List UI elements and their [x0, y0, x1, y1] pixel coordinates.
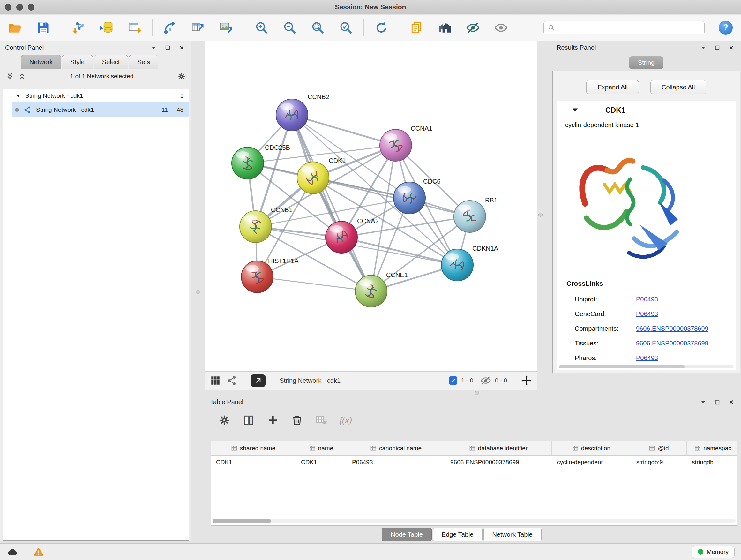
tab-node-table[interactable]: Node Table [382, 528, 432, 541]
function-builder-icon[interactable]: f(x) [340, 415, 352, 425]
zoom-selected-button[interactable] [337, 17, 355, 38]
network-collection-row[interactable]: String Network - cdk1 1 [3, 89, 189, 103]
show-eye-button[interactable] [492, 17, 510, 38]
gear-icon[interactable] [178, 72, 186, 80]
tab-string[interactable]: String [629, 56, 664, 69]
table-cell[interactable]: P06493 [347, 455, 445, 469]
tab-network[interactable]: Network [21, 55, 61, 69]
column-header-database-identifier[interactable]: database identifier [445, 441, 552, 455]
table-cell[interactable]: CDK1 [296, 455, 347, 469]
column-header-canonical-name[interactable]: canonical name [347, 441, 445, 455]
float-window-icon[interactable] [163, 44, 172, 52]
network-node-CCNA2[interactable] [326, 221, 357, 253]
tab-sets[interactable]: Sets [129, 55, 158, 69]
splitter-handle-bottom[interactable] [475, 391, 479, 395]
cloud-icon[interactable] [6, 547, 18, 557]
table-gear-icon[interactable] [218, 414, 230, 426]
minimize-window-button[interactable] [16, 4, 23, 10]
table-horizontal-scrollbar[interactable] [213, 519, 736, 523]
tab-network-table[interactable]: Network Table [483, 528, 542, 541]
column-header-shared-name[interactable]: shared name [211, 441, 296, 455]
network-node-CCNB1[interactable] [240, 211, 272, 243]
table-cell[interactable]: stringdb [687, 455, 737, 469]
network-node-HIST1H1A[interactable] [241, 261, 273, 293]
collapse-all-button[interactable]: Collapse All [650, 80, 706, 94]
panel-menu-icon[interactable] [149, 44, 158, 52]
float-window-icon[interactable] [712, 398, 722, 406]
expand-all-button[interactable]: Expand All [586, 80, 639, 94]
zoom-fit-button[interactable] [309, 17, 327, 38]
expander-icon[interactable] [16, 93, 21, 98]
network-tools-button[interactable] [161, 17, 179, 38]
table-cell[interactable]: stringdb:9... [631, 455, 687, 469]
delete-column-icon[interactable] [291, 414, 303, 426]
splitter-handle-left[interactable] [196, 290, 200, 294]
grid-view-icon[interactable] [210, 375, 221, 386]
network-edge-CDK1-RB1[interactable] [313, 178, 470, 216]
clear-table-icon[interactable] [315, 414, 327, 426]
results-scrollbar[interactable] [559, 365, 734, 368]
crosslink-value[interactable]: P06493 [636, 354, 658, 362]
zoom-window-button[interactable] [28, 4, 35, 10]
network-node-CDC6[interactable] [394, 182, 425, 214]
pan-crosshair-icon[interactable] [521, 375, 532, 386]
close-panel-icon[interactable] [726, 44, 736, 52]
column-header-description[interactable]: description [552, 441, 631, 455]
zoom-in-button[interactable] [253, 17, 271, 38]
tab-style[interactable]: Style [62, 55, 92, 69]
memory-button[interactable]: Memory [692, 546, 735, 558]
home-views-button[interactable] [435, 17, 454, 38]
network-node-CDKN1A[interactable] [441, 249, 473, 281]
open-session-button[interactable] [6, 17, 24, 38]
crosslink-value[interactable]: 9606.ENSP00000378699 [636, 340, 709, 347]
import-network-database-button[interactable] [97, 17, 116, 38]
splitter-handle-right[interactable] [538, 212, 542, 217]
help-button[interactable]: ? [719, 21, 733, 35]
panel-menu-icon[interactable] [698, 44, 708, 52]
selected-checkbox[interactable] [449, 376, 457, 385]
tab-select[interactable]: Select [94, 55, 128, 69]
refresh-layout-button[interactable] [372, 17, 391, 38]
hide-labels-button[interactable] [464, 17, 482, 38]
search-box[interactable] [543, 21, 704, 35]
export-image-button[interactable] [217, 17, 235, 38]
duplicate-document-button[interactable] [408, 17, 426, 38]
birds-eye-icon[interactable] [226, 375, 238, 386]
crosslink-value[interactable]: P06493 [636, 310, 658, 318]
network-canvas[interactable]: CCNB2CCNA1CDC25BCDK1CDC6RB1CCNB1CCNA2CDK… [205, 41, 537, 371]
export-table-button[interactable] [189, 17, 207, 38]
network-node-CCNE1[interactable] [355, 275, 387, 307]
detach-view-button[interactable] [251, 374, 266, 387]
search-input[interactable] [558, 24, 700, 31]
tab-edge-table[interactable]: Edge Table [433, 528, 482, 541]
show-columns-icon[interactable] [243, 414, 255, 426]
close-window-button[interactable] [5, 4, 11, 10]
add-column-icon[interactable] [267, 414, 279, 426]
expand-all-icon[interactable] [18, 72, 26, 80]
float-window-icon[interactable] [712, 44, 722, 52]
network-node-CDC25B[interactable] [232, 147, 264, 179]
network-node-RB1[interactable] [454, 200, 486, 233]
hidden-eye-slash-icon[interactable] [480, 375, 491, 386]
column-header-namespac[interactable]: namespac [687, 441, 737, 455]
network-edge-CCNE1-HIST1H1A[interactable] [257, 277, 371, 291]
collapse-all-icon[interactable] [6, 72, 14, 80]
crosslink-value[interactable]: P06493 [636, 296, 658, 303]
close-panel-icon[interactable] [726, 398, 736, 406]
network-edge-CCNB2-CCNE1[interactable] [292, 115, 371, 291]
network-node-CCNA1[interactable] [380, 129, 412, 161]
column-header--id[interactable]: @id [631, 441, 687, 455]
import-table-file-button[interactable] [125, 17, 144, 38]
import-network-file-button[interactable] [69, 17, 88, 38]
column-header-name[interactable]: name [296, 441, 347, 455]
save-session-button[interactable] [34, 17, 52, 38]
table-cell[interactable]: CDK1 [211, 455, 296, 469]
table-cell[interactable]: 9606.ENSP00000378699 [445, 455, 552, 469]
collapse-section-icon[interactable] [571, 107, 579, 114]
close-panel-icon[interactable] [177, 44, 186, 52]
network-node-CDK1[interactable] [297, 162, 329, 194]
network-node-CCNB2[interactable] [276, 99, 308, 131]
zoom-out-button[interactable] [280, 17, 299, 38]
panel-menu-icon[interactable] [698, 398, 708, 406]
table-row[interactable]: CDK1CDK1P064939606.ENSP00000378699cyclin… [211, 455, 737, 469]
